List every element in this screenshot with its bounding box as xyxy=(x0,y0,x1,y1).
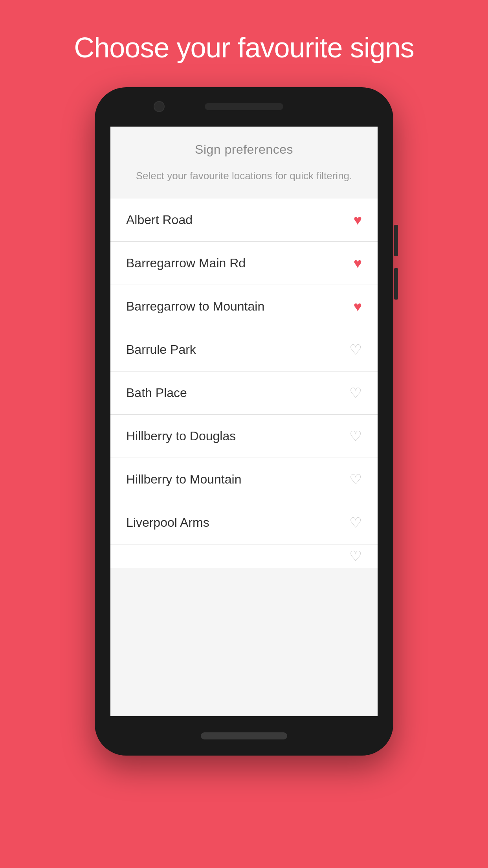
phone-frame: Sign preferences Select your favourite l… xyxy=(95,87,393,756)
heart-icon-empty[interactable]: ♡ xyxy=(349,385,362,401)
locations-list: Albert Road ♥ Barregarrow Main Rd ♥ Barr… xyxy=(110,199,378,568)
screen-title: Sign preferences xyxy=(122,142,366,157)
list-item[interactable]: Liverpool Arms ♡ xyxy=(110,501,378,544)
heart-icon-empty[interactable]: ♡ xyxy=(349,342,362,358)
list-item[interactable]: Barregarrow to Mountain ♥ xyxy=(110,285,378,328)
list-item[interactable]: Hillberry to Mountain ♡ xyxy=(110,458,378,501)
list-item[interactable]: Barregarrow Main Rd ♥ xyxy=(110,242,378,285)
heart-icon-empty[interactable]: ♡ xyxy=(349,428,362,445)
list-item[interactable]: Barrule Park ♡ xyxy=(110,328,378,371)
phone-speaker xyxy=(205,103,283,110)
location-name: Hillberry to Douglas xyxy=(126,429,236,443)
list-item[interactable]: Albert Road ♥ xyxy=(110,199,378,242)
location-name: Barregarrow to Mountain xyxy=(126,299,264,314)
location-name: Liverpool Arms xyxy=(126,515,209,530)
list-item[interactable]: Hillberry to Douglas ♡ xyxy=(110,415,378,458)
list-item[interactable]: Bath Place ♡ xyxy=(110,371,378,415)
phone-camera xyxy=(154,101,165,112)
heart-icon-filled[interactable]: ♥ xyxy=(354,298,362,315)
location-name: Bath Place xyxy=(126,386,187,400)
location-name: Barrule Park xyxy=(126,342,196,357)
page-title: Choose your favourite signs xyxy=(74,31,414,64)
volume-down-button xyxy=(394,268,398,300)
phone-screen: Sign preferences Select your favourite l… xyxy=(110,127,378,716)
phone-top-bar xyxy=(95,87,393,127)
screen-subtitle: Select your favourite locations for quic… xyxy=(122,169,366,183)
heart-icon-empty[interactable]: ♡ xyxy=(349,548,362,565)
location-name: Hillberry to Mountain xyxy=(126,472,241,487)
location-name: Barregarrow Main Rd xyxy=(126,256,246,270)
phone-home-bar xyxy=(201,732,287,739)
heart-icon-filled[interactable]: ♥ xyxy=(354,255,362,272)
location-name: Albert Road xyxy=(126,213,193,227)
volume-up-button xyxy=(394,225,398,256)
list-item-partial[interactable]: ♡ xyxy=(110,544,378,568)
heart-icon-empty[interactable]: ♡ xyxy=(349,471,362,488)
phone-bottom-bar xyxy=(95,716,393,756)
heart-icon-empty[interactable]: ♡ xyxy=(349,515,362,531)
screen-header: Sign preferences Select your favourite l… xyxy=(110,127,378,195)
heart-icon-filled[interactable]: ♥ xyxy=(354,212,362,228)
